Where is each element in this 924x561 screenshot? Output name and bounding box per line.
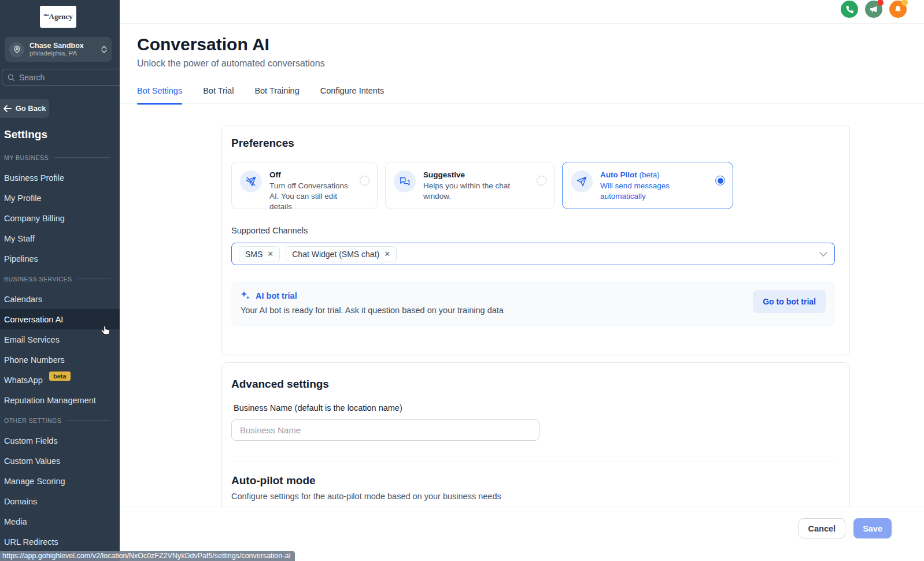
notifications-button[interactable] bbox=[889, 1, 907, 18]
section-divider bbox=[231, 462, 835, 462]
option-auto-pilot-desc: Will send messages automatically bbox=[600, 181, 709, 202]
settings-nav: MY BUSINESS Business Profile My Profile … bbox=[0, 147, 120, 552]
sidebar-item-whatsapp[interactable]: WhatsApp beta bbox=[0, 370, 120, 390]
sidebar-item-manage-scoring[interactable]: Manage Scoring bbox=[0, 471, 120, 491]
sidebar-item-calendars[interactable]: Calendars bbox=[0, 289, 120, 309]
save-button[interactable]: Save bbox=[853, 518, 892, 538]
bell-icon bbox=[893, 5, 903, 14]
agency-logo: theAgency bbox=[40, 6, 76, 28]
settings-sidebar: theAgency Chase Sandbox philadelphia, PA bbox=[0, 0, 120, 561]
remove-chip-icon[interactable]: ✕ bbox=[267, 250, 273, 258]
sidebar-item-custom-fields[interactable]: Custom Fields bbox=[0, 430, 120, 451]
agency-logo-text: theAgency bbox=[43, 12, 73, 21]
nav-section-other-settings: OTHER SETTINGS bbox=[0, 410, 120, 430]
option-suggestive-desc: Helps you within the chat window. bbox=[423, 181, 531, 202]
top-bar bbox=[120, 0, 924, 24]
sidebar-item-label: Company Billing bbox=[4, 214, 65, 223]
account-name: Chase Sandbox bbox=[29, 42, 84, 50]
search-field[interactable]: ⌘ K bbox=[2, 69, 120, 86]
app-window: theAgency Chase Sandbox philadelphia, PA bbox=[0, 0, 924, 561]
section-divider bbox=[67, 420, 110, 421]
trial-banner-head: AI bot trial bbox=[241, 291, 826, 300]
sidebar-item-label: URL Redirects bbox=[4, 537, 58, 547]
sidebar-item-url-redirects[interactable]: URL Redirects bbox=[0, 532, 120, 552]
notification-dot-yellow bbox=[901, 0, 908, 6]
business-name-label: Business Name (default is the location n… bbox=[234, 403, 835, 413]
phone-button[interactable] bbox=[841, 1, 858, 18]
sidebar-item-business-profile[interactable]: Business Profile bbox=[0, 168, 120, 188]
main-content: Conversation AI Unlock the power of auto… bbox=[120, 24, 924, 561]
chip-label: SMS bbox=[245, 250, 263, 259]
section-label: OTHER SETTINGS bbox=[4, 417, 61, 424]
ai-bot-trial-banner: AI bot trial Your AI bot is ready for tr… bbox=[231, 281, 835, 327]
logo-name: Agency bbox=[49, 12, 73, 21]
cancel-button[interactable]: Cancel bbox=[799, 518, 846, 538]
section-label: BUSINESS SERVICES bbox=[4, 276, 72, 283]
sidebar-item-label: My Profile bbox=[4, 194, 41, 203]
location-pin-icon bbox=[9, 42, 24, 57]
sidebar-item-label: Calendars bbox=[4, 295, 42, 304]
search-row: ⌘ K bbox=[2, 69, 116, 86]
sidebar-item-my-profile[interactable]: My Profile bbox=[0, 188, 120, 208]
supported-channels-label: Supported Channels bbox=[231, 226, 835, 235]
go-back-button[interactable]: Go Back bbox=[0, 99, 49, 118]
business-name-field[interactable] bbox=[231, 419, 539, 441]
phone-icon bbox=[845, 5, 854, 14]
option-auto-pilot-radio[interactable] bbox=[715, 176, 725, 185]
option-off[interactable]: Off Turn off Conversations AI. You can s… bbox=[231, 162, 378, 209]
nav-section-my-business: MY BUSINESS bbox=[0, 147, 120, 168]
tab-bot-training[interactable]: Bot Training bbox=[254, 86, 299, 103]
remove-chip-icon[interactable]: ✕ bbox=[384, 250, 390, 258]
channel-chip-chat-widget: Chat Widget (SMS chat) ✕ bbox=[286, 246, 397, 262]
chevron-down-icon[interactable] bbox=[819, 252, 827, 257]
send-plane-icon bbox=[571, 170, 593, 192]
option-suggestive-radio[interactable] bbox=[537, 176, 546, 185]
location-switcher[interactable]: Chase Sandbox philadelphia, PA bbox=[5, 37, 112, 62]
tab-bar: Bot Settings Bot Trial Bot Training Conf… bbox=[120, 86, 924, 104]
arrow-left-icon bbox=[3, 105, 12, 112]
option-suggestive[interactable]: Suggestive Helps you within the chat win… bbox=[385, 162, 555, 209]
sidebar-item-label: WhatsApp bbox=[4, 376, 43, 385]
sidebar-item-conversation-ai[interactable]: Conversation AI bbox=[0, 309, 120, 329]
page-title: Conversation AI bbox=[137, 35, 924, 54]
option-auto-pilot[interactable]: Auto Pilot (beta) Will send messages aut… bbox=[562, 162, 733, 209]
trial-banner-desc: Your AI bot is ready for trial. Ask it q… bbox=[241, 306, 826, 315]
channel-chip-sms: SMS ✕ bbox=[239, 246, 280, 262]
option-auto-pilot-title: Auto Pilot (beta) bbox=[600, 170, 709, 179]
sidebar-item-my-staff[interactable]: My Staff bbox=[0, 228, 120, 248]
sidebar-item-label: Media bbox=[4, 517, 27, 526]
sidebar-item-reputation-management[interactable]: Reputation Management bbox=[0, 390, 120, 410]
sparkle-icon bbox=[241, 291, 250, 300]
chevron-up-down-icon bbox=[101, 46, 107, 53]
account-meta: Chase Sandbox philadelphia, PA bbox=[29, 42, 84, 58]
option-off-body: Off Turn off Conversations AI. You can s… bbox=[269, 170, 369, 212]
option-off-radio[interactable] bbox=[360, 176, 369, 185]
search-input[interactable] bbox=[19, 73, 120, 82]
go-to-bot-trial-button[interactable]: Go to bot trial bbox=[753, 290, 826, 313]
tab-bot-trial[interactable]: Bot Trial bbox=[203, 86, 234, 103]
notification-dot-red bbox=[877, 0, 884, 6]
sidebar-item-label: My Staff bbox=[4, 234, 35, 243]
supported-channels-select[interactable]: SMS ✕ Chat Widget (SMS chat) ✕ bbox=[231, 243, 835, 265]
option-off-desc: Turn off Conversations AI. You can still… bbox=[269, 181, 354, 212]
sidebar-item-email-services[interactable]: Email Services bbox=[0, 329, 120, 350]
footer-buttons: Cancel Save bbox=[799, 518, 892, 538]
option-off-title: Off bbox=[269, 170, 354, 179]
preferences-title: Preferences bbox=[231, 137, 835, 150]
nav-section-business-services: BUSINESS SERVICES bbox=[0, 269, 120, 289]
auto-pilot-mode-desc: Configure settings for the auto-pilot mo… bbox=[231, 492, 835, 501]
sidebar-item-label: Email Services bbox=[4, 335, 60, 344]
sidebar-item-domains[interactable]: Domains bbox=[0, 491, 120, 511]
settings-heading: Settings bbox=[4, 128, 47, 141]
sidebar-item-label: Business Profile bbox=[4, 173, 64, 183]
sidebar-item-pipelines[interactable]: Pipelines bbox=[0, 248, 120, 269]
tab-configure-intents[interactable]: Configure Intents bbox=[320, 86, 384, 103]
chip-label: Chat Widget (SMS chat) bbox=[292, 250, 379, 259]
sidebar-item-custom-values[interactable]: Custom Values bbox=[0, 451, 120, 471]
announcements-button[interactable] bbox=[865, 1, 882, 18]
sidebar-item-company-billing[interactable]: Company Billing bbox=[0, 208, 120, 228]
megaphone-icon bbox=[869, 5, 878, 14]
sidebar-item-media[interactable]: Media bbox=[0, 511, 120, 532]
tab-bot-settings[interactable]: Bot Settings bbox=[137, 86, 182, 103]
sidebar-item-phone-numbers[interactable]: Phone Numbers bbox=[0, 350, 120, 370]
